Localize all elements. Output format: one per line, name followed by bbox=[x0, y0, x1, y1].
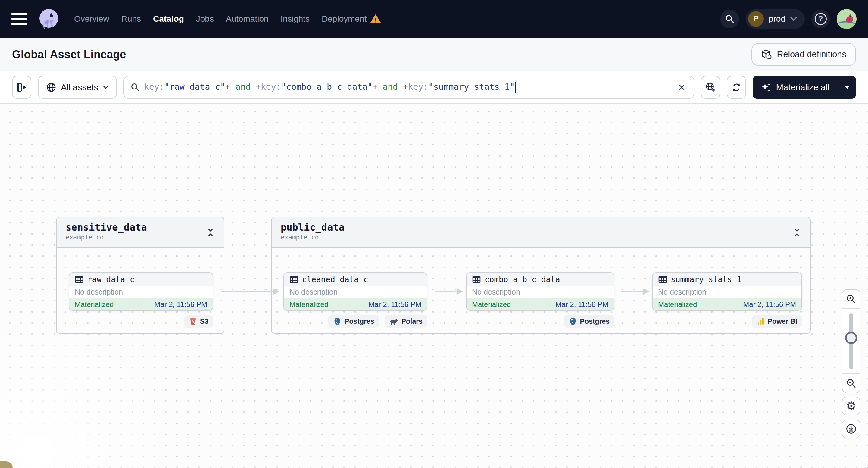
nav-item-deployment[interactable]: Deployment bbox=[322, 14, 381, 24]
tag-label: Postgres bbox=[345, 317, 374, 325]
menu-icon[interactable] bbox=[11, 13, 27, 25]
zoom-slider[interactable] bbox=[842, 308, 860, 374]
materialization-timestamp: Mar 2, 11:56 PM bbox=[154, 300, 207, 309]
asset-node-header: summary_stats_1 bbox=[653, 273, 801, 286]
asset-node-combo-a-b-c-data[interactable]: combo_a_b_c_data No description Material… bbox=[466, 272, 614, 311]
kind-tag-postgres[interactable]: Postgres bbox=[328, 315, 379, 327]
group-name: sensitive_data bbox=[66, 222, 224, 233]
nav-item-automation[interactable]: Automation bbox=[226, 14, 269, 24]
postgres-icon bbox=[569, 317, 577, 325]
kind-tag-s3[interactable]: S3 bbox=[184, 315, 213, 327]
polars-icon bbox=[390, 318, 399, 325]
query-segment: key: bbox=[408, 82, 428, 92]
download-icon bbox=[845, 423, 857, 435]
query-segment: and bbox=[378, 82, 403, 92]
search-icon bbox=[725, 14, 734, 24]
query-segment: key: bbox=[261, 82, 281, 92]
lineage-canvas[interactable]: sensitive_data example_co public_data ex… bbox=[0, 104, 868, 468]
nav-item-overview[interactable]: Overview bbox=[74, 14, 109, 24]
zoom-control-panel bbox=[842, 289, 861, 393]
postgres-icon bbox=[333, 317, 342, 325]
download-graph-button[interactable] bbox=[842, 419, 861, 438]
asset-search-input[interactable]: key:"raw_data_c"+ and +key:"combo_a_b_c_… bbox=[123, 76, 694, 99]
kind-tag-powerbi[interactable]: Power BI bbox=[752, 315, 802, 327]
asset-status-row: Materialized Mar 2, 11:56 PM bbox=[467, 298, 614, 311]
query-segment: + bbox=[256, 82, 261, 92]
asset-name: raw_data_c bbox=[87, 275, 135, 284]
search-query: key:"raw_data_c"+ and +key:"combo_a_b_c_… bbox=[144, 82, 672, 93]
search-icon bbox=[131, 83, 140, 92]
asset-name: combo_a_b_c_data bbox=[485, 275, 560, 284]
reload-definitions-label: Reload definitions bbox=[777, 50, 846, 59]
collapse-icon bbox=[793, 228, 801, 237]
asset-node-header: cleaned_data_c bbox=[284, 273, 427, 286]
group-header[interactable]: public_data example_co bbox=[272, 217, 810, 248]
materialization-timestamp: Mar 2, 11:56 PM bbox=[368, 300, 421, 309]
caret-down-icon bbox=[844, 86, 850, 89]
group-header[interactable]: sensitive_data example_co bbox=[57, 217, 224, 248]
open-sidebar-button[interactable] bbox=[12, 76, 31, 99]
tag-label: Polars bbox=[401, 317, 423, 325]
zoom-out-button[interactable] bbox=[842, 374, 860, 393]
user-avatar[interactable] bbox=[837, 9, 857, 29]
main-nav: Overview Runs Catalog Jobs Automation In… bbox=[74, 14, 381, 24]
tag-label: S3 bbox=[200, 317, 209, 325]
asset-tags-summary-stats-1: Power BI bbox=[652, 315, 802, 327]
asset-node-cleaned-data-c[interactable]: cleaned_data_c No description Materializ… bbox=[283, 272, 427, 311]
filter-to-selection-button[interactable] bbox=[701, 76, 720, 99]
nav-item-catalog[interactable]: Catalog bbox=[153, 14, 184, 24]
kind-tag-polars[interactable]: Polars bbox=[384, 315, 427, 327]
query-segment: + bbox=[373, 82, 378, 92]
asset-status-row: Materialized Mar 2, 11:56 PM bbox=[69, 298, 213, 311]
asset-scope-dropdown[interactable]: All assets bbox=[38, 76, 117, 99]
asset-tags-raw-data-c: S3 bbox=[69, 315, 213, 327]
dagster-app: Overview Runs Catalog Jobs Automation In… bbox=[0, 0, 868, 468]
table-icon bbox=[658, 275, 667, 284]
query-segment: "combo_a_b_c_data" bbox=[281, 82, 372, 92]
global-search-button[interactable] bbox=[720, 10, 739, 28]
query-segment: "raw_data_c" bbox=[164, 82, 225, 92]
nav-item-runs[interactable]: Runs bbox=[121, 14, 141, 24]
query-segment: "summary_stats_1" bbox=[428, 82, 515, 92]
zoom-slider-handle[interactable] bbox=[845, 332, 857, 344]
chevron-down-icon bbox=[790, 17, 797, 21]
zoom-in-button[interactable] bbox=[842, 290, 860, 308]
asset-node-summary-stats-1[interactable]: summary_stats_1 No description Materiali… bbox=[652, 272, 802, 311]
avatar-image bbox=[837, 9, 857, 29]
globe-icon bbox=[46, 83, 56, 92]
zoom-out-icon bbox=[846, 378, 856, 388]
materialization-timestamp: Mar 2, 11:56 PM bbox=[743, 300, 796, 309]
page-header: Global Asset Lineage Reload definitions bbox=[0, 38, 868, 71]
top-navbar: Overview Runs Catalog Jobs Automation In… bbox=[0, 0, 868, 38]
materialization-timestamp: Mar 2, 11:56 PM bbox=[555, 300, 609, 309]
chevron-down-icon bbox=[103, 86, 108, 89]
collapse-icon bbox=[207, 228, 214, 237]
deployment-name: prod bbox=[769, 14, 785, 24]
kind-tag-postgres[interactable]: Postgres bbox=[564, 315, 614, 327]
nav-item-jobs[interactable]: Jobs bbox=[196, 14, 214, 24]
dagster-logo[interactable] bbox=[37, 7, 60, 30]
collapse-group-button[interactable] bbox=[790, 226, 804, 240]
lineage-toolbar: All assets key:"raw_data_c"+ and +key:"c… bbox=[0, 71, 868, 104]
s3-icon bbox=[189, 317, 197, 325]
powerbi-icon bbox=[757, 317, 765, 325]
collapse-group-button[interactable] bbox=[204, 226, 217, 240]
table-icon bbox=[472, 275, 481, 284]
deployment-initial: P bbox=[748, 11, 764, 27]
asset-node-header: combo_a_b_c_data bbox=[467, 273, 614, 286]
help-button[interactable]: ? bbox=[811, 10, 830, 28]
clear-search-button[interactable]: × bbox=[677, 82, 687, 93]
asset-description: No description bbox=[653, 286, 801, 298]
tag-label: Postgres bbox=[580, 317, 610, 325]
reload-definitions-button[interactable]: Reload definitions bbox=[751, 43, 856, 66]
deployment-switcher[interactable]: P prod bbox=[746, 9, 805, 29]
materialize-all-button[interactable]: Materialize all bbox=[753, 76, 838, 99]
materialize-options-button[interactable] bbox=[838, 76, 856, 99]
nav-item-insights[interactable]: Insights bbox=[281, 14, 310, 24]
asset-status-row: Materialized Mar 2, 11:56 PM bbox=[284, 298, 427, 311]
table-icon bbox=[289, 275, 299, 284]
graph-settings-button[interactable]: ⚙ bbox=[842, 397, 861, 415]
asset-node-raw-data-c[interactable]: raw_data_c No description Materialized M… bbox=[69, 272, 213, 311]
query-segment: + bbox=[403, 82, 408, 92]
refresh-button[interactable] bbox=[727, 76, 746, 99]
